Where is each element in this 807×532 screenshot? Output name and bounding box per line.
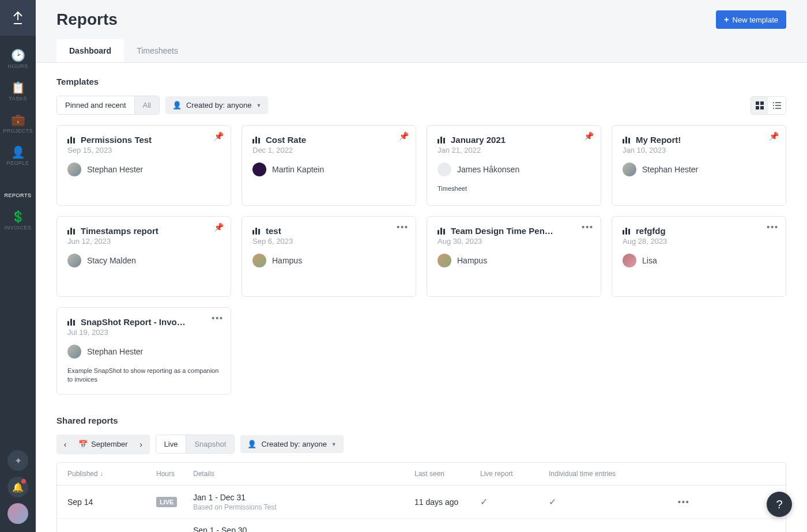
col-individual-entries[interactable]: Individual time entries: [549, 470, 676, 478]
tab-dashboard[interactable]: Dashboard: [56, 39, 124, 62]
template-card[interactable]: 📌 My Report! Jan 10, 2023 Stephan Hester: [612, 125, 786, 206]
more-menu-icon[interactable]: •••: [582, 222, 594, 232]
col-hours[interactable]: Hours: [156, 470, 191, 478]
person-icon: 👤: [172, 101, 182, 110]
cell-details: Sep 1 - Sep 30: [193, 526, 412, 532]
created-by-filter[interactable]: 👤 Created by: anyone ▼: [165, 96, 268, 114]
next-month-button[interactable]: ›: [133, 435, 150, 454]
more-menu-icon[interactable]: •••: [678, 497, 690, 507]
author-avatar: [438, 163, 451, 176]
bar-chart-icon: [438, 137, 445, 144]
plus-icon: +: [724, 15, 729, 24]
shared-reports-heading: Shared reports: [56, 416, 786, 425]
sidebar-bottom: ✦ 🔔: [7, 450, 28, 532]
author-name: Hampus: [272, 256, 302, 265]
table-row[interactable]: Sep 14 LIVE Jan 1 - Dec 31 Based on Perm…: [57, 485, 786, 518]
col-live-report[interactable]: Live report: [480, 470, 546, 478]
person-icon: 👤: [11, 146, 25, 158]
new-template-button[interactable]: + New template: [716, 10, 786, 29]
more-menu-icon[interactable]: •••: [767, 222, 779, 232]
sidebar-item-invoices[interactable]: 💲 INVOICES: [0, 205, 36, 237]
clock-icon: 🕑: [11, 50, 25, 61]
pin-icon[interactable]: 📌: [584, 131, 594, 141]
card-date: Jul 19, 2023: [67, 328, 220, 337]
app-logo[interactable]: [0, 0, 36, 36]
page-header: Reports + New template Dashboard Timeshe…: [36, 0, 807, 63]
apps-icon[interactable]: ✦: [7, 450, 28, 471]
more-menu-icon[interactable]: •••: [397, 222, 409, 232]
sidebar-item-tasks[interactable]: 📋 TASKS: [0, 76, 36, 108]
col-details[interactable]: Details: [193, 470, 412, 478]
pin-icon[interactable]: 📌: [399, 131, 409, 141]
col-published[interactable]: Published ↓: [67, 470, 154, 478]
template-card[interactable]: 📌 Permissions Test Sep 15, 2023 Stephan …: [56, 125, 231, 206]
table-header: Published ↓ Hours Details Last seen Live…: [57, 463, 786, 485]
clipboard-icon: 📋: [11, 82, 25, 93]
svg-rect-7: [775, 105, 781, 106]
template-card[interactable]: 📌 Timestamps report Jun 12, 2023 Stacy M…: [56, 216, 231, 297]
card-date: Jan 21, 2022: [438, 146, 590, 154]
user-avatar[interactable]: [7, 503, 28, 524]
template-card[interactable]: 📌 January 2021 Jan 21, 2022 James Håkons…: [427, 125, 601, 206]
row-more[interactable]: •••: [678, 497, 695, 507]
cell-hours: LIVE: [156, 497, 191, 507]
bar-chart-icon: [623, 228, 630, 235]
notifications-icon[interactable]: 🔔: [7, 477, 28, 497]
author-avatar: [67, 345, 81, 359]
card-date: Jun 12, 2023: [67, 237, 220, 246]
svg-rect-3: [760, 106, 764, 110]
col-last-seen[interactable]: Last seen: [414, 470, 478, 478]
grid-view-button[interactable]: [751, 97, 768, 114]
svg-rect-5: [775, 102, 781, 103]
template-card[interactable]: ••• refgfdg Aug 28, 2023 Lisa: [612, 216, 786, 297]
list-view-button[interactable]: [768, 97, 786, 114]
author-name: Stephan Hester: [87, 347, 143, 356]
live-badge: LIVE: [156, 497, 177, 507]
help-button[interactable]: ?: [767, 492, 792, 517]
filter-live[interactable]: Live: [156, 435, 186, 453]
pin-icon[interactable]: 📌: [769, 131, 779, 141]
month-navigator: ‹ 📅 September ›: [56, 435, 150, 454]
card-author: Hampus: [438, 254, 590, 267]
card-title: test: [266, 226, 281, 236]
author-avatar: [623, 254, 636, 267]
sidebar-item-people[interactable]: 👤 PEOPLE: [0, 141, 36, 173]
template-card[interactable]: ••• test Sep 6, 2023 Hampus: [242, 216, 416, 297]
view-toggle: [751, 96, 786, 115]
sidebar-item-reports[interactable]: REPORTS: [0, 173, 36, 205]
sidebar-item-label: INVOICES: [4, 225, 31, 231]
author-name: James Håkonsen: [457, 165, 519, 174]
sidebar-item-projects[interactable]: 💼 PROJECTS: [0, 108, 36, 141]
more-menu-icon[interactable]: •••: [212, 314, 224, 323]
sidebar-item-label: HOURS: [7, 63, 28, 69]
author-avatar: [623, 163, 636, 176]
cell-details: Jan 1 - Dec 31 Based on Permissions Test: [193, 493, 412, 511]
card-author: Stacy Malden: [67, 254, 220, 267]
shared-created-by-filter[interactable]: 👤 Created by: anyone ▼: [240, 435, 343, 453]
bar-chart-icon: [623, 137, 630, 144]
sidebar-nav: 🕑 HOURS 📋 TASKS 💼 PROJECTS 👤 PEOPLE REPO…: [0, 36, 36, 237]
tab-timesheets[interactable]: Timesheets: [124, 39, 191, 62]
cell-live-report: ✓: [480, 496, 546, 507]
prev-month-button[interactable]: ‹: [56, 435, 74, 454]
bar-chart-icon: [438, 228, 445, 235]
grid-icon: [756, 101, 764, 110]
pin-icon[interactable]: 📌: [214, 131, 224, 141]
pin-icon[interactable]: 📌: [214, 222, 224, 232]
card-author: Stephan Hester: [67, 163, 220, 176]
author-name: Hampus: [457, 256, 487, 265]
page-title: Reports: [56, 10, 118, 29]
card-date: Jan 10, 2023: [623, 146, 775, 154]
svg-rect-1: [760, 101, 764, 105]
sidebar-item-hours[interactable]: 🕑 HOURS: [0, 44, 36, 76]
card-title: January 2021: [451, 135, 506, 145]
shared-reports-table: Published ↓ Hours Details Last seen Live…: [56, 462, 786, 532]
sidebar: 🕑 HOURS 📋 TASKS 💼 PROJECTS 👤 PEOPLE REPO…: [0, 0, 36, 532]
filter-snapshot[interactable]: Snapshot: [186, 435, 234, 453]
template-card[interactable]: ••• SnapShot Report - Invo… Jul 19, 2023…: [56, 307, 231, 395]
filter-pinned-recent[interactable]: Pinned and recent: [57, 96, 134, 114]
template-card[interactable]: ••• Team Design Time Pen… Aug 30, 2023 H…: [427, 216, 601, 297]
template-card[interactable]: 📌 Cost Rate Dec 1, 2022 Martin Kaptein: [242, 125, 416, 206]
table-row[interactable]: Sep 1 - Sep 30: [57, 518, 786, 532]
filter-all[interactable]: All: [134, 96, 159, 114]
